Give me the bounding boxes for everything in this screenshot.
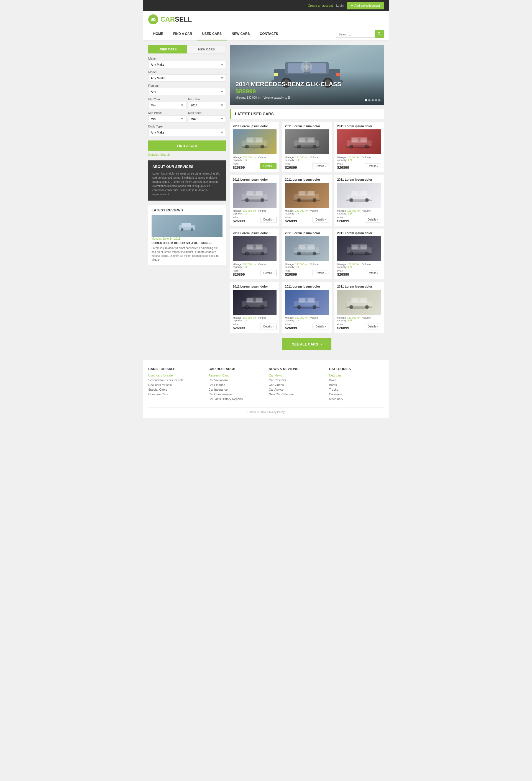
add-advertisement-button[interactable]: Add advertisement bbox=[347, 2, 384, 9]
svg-point-34 bbox=[298, 146, 300, 148]
nav-home[interactable]: HOME bbox=[148, 28, 168, 40]
footer-trucks[interactable]: Trucks bbox=[329, 388, 384, 391]
see-all-wrapper: SEE ALL CARS bbox=[230, 338, 384, 350]
car-image bbox=[337, 183, 381, 208]
car-mileage: 130 000 km bbox=[347, 156, 360, 159]
svg-rect-50 bbox=[256, 191, 262, 195]
year-filters: Min Year: Min Max Year: 2014 bbox=[148, 97, 226, 111]
car-price: $26899 bbox=[233, 165, 245, 170]
see-all-cars-button[interactable]: SEE ALL CARS bbox=[282, 338, 332, 350]
details-button[interactable]: Details bbox=[260, 324, 277, 329]
footer-special-offers[interactable]: Special Offers bbox=[148, 388, 203, 391]
car-footer: Price: $26899 Details bbox=[285, 163, 329, 170]
footer-car-valuations[interactable]: Car Valuations bbox=[209, 378, 263, 382]
car-title: 2011 Lorem ipsum dolor bbox=[285, 178, 329, 181]
svg-point-27 bbox=[261, 146, 263, 148]
login-link[interactable]: Login bbox=[336, 4, 343, 7]
car-image bbox=[233, 129, 277, 154]
make-select[interactable]: Any Make bbox=[148, 61, 226, 68]
model-label: Model: bbox=[148, 70, 226, 74]
details-button[interactable]: Details bbox=[260, 270, 277, 276]
svg-point-108 bbox=[261, 306, 263, 308]
tab-used-cars[interactable]: USED CARS bbox=[148, 45, 187, 53]
car-title: 2011 Lorem ipsum dolor bbox=[285, 231, 329, 235]
car-mileage: 130 000 km bbox=[295, 209, 308, 212]
footer-car-comparisons[interactable]: Car Comparisons bbox=[209, 393, 263, 396]
svg-point-81 bbox=[261, 252, 263, 255]
nav-contacts[interactable]: CONTACTS bbox=[255, 28, 283, 40]
tab-new-cars[interactable]: NEW CARS bbox=[187, 45, 226, 53]
make-label: Make: bbox=[148, 57, 226, 60]
footer-research-cars[interactable]: Research Cars bbox=[209, 374, 263, 377]
car-price-block: Price: $26899 bbox=[233, 270, 245, 277]
details-button[interactable]: Details bbox=[260, 163, 277, 169]
details-button[interactable]: Details bbox=[365, 324, 381, 329]
detailed-search-link[interactable]: Detailed Search bbox=[148, 153, 226, 156]
svg-rect-77 bbox=[256, 245, 262, 249]
details-button[interactable]: Details bbox=[365, 163, 381, 169]
region-select[interactable]: Any bbox=[148, 88, 226, 95]
hero-dot-5[interactable] bbox=[378, 99, 380, 101]
min-year-select[interactable]: Min bbox=[148, 102, 186, 109]
car-card: 2011 Lorem ipsum dolor bbox=[230, 122, 279, 172]
model-select[interactable]: Any Model bbox=[148, 75, 226, 82]
footer-new-cars-sale[interactable]: New cars for sale bbox=[148, 383, 203, 386]
car-price-block: Price: $26899 bbox=[285, 163, 297, 170]
search-input[interactable] bbox=[336, 31, 375, 38]
svg-rect-68 bbox=[361, 191, 367, 195]
hero-dot-2[interactable] bbox=[368, 99, 370, 101]
car-icon bbox=[291, 134, 322, 150]
details-button[interactable]: Details bbox=[313, 163, 329, 169]
footer-car-reviews[interactable]: Car Reviews bbox=[269, 378, 324, 382]
car-footer: Price: $26899 Details bbox=[285, 216, 329, 223]
hero-dot-1[interactable] bbox=[365, 99, 367, 101]
body-type-select[interactable]: Any Make bbox=[148, 129, 226, 136]
svg-rect-3 bbox=[181, 223, 191, 227]
min-price-select[interactable]: Min bbox=[148, 115, 186, 122]
details-button[interactable]: Details bbox=[365, 217, 381, 222]
footer-used-cars-sale[interactable]: Used cars for sale bbox=[148, 374, 203, 377]
car-image bbox=[285, 290, 329, 315]
footer-carfacts[interactable]: CarFacts History Reports bbox=[209, 397, 263, 401]
svg-point-115 bbox=[298, 306, 300, 308]
hero-dot-4[interactable] bbox=[375, 99, 377, 101]
svg-point-126 bbox=[366, 306, 368, 308]
max-price-select[interactable]: Max bbox=[188, 115, 226, 122]
car-image bbox=[337, 290, 381, 315]
footer-car-advice[interactable]: Car Advice bbox=[269, 388, 324, 391]
details-button[interactable]: Details bbox=[313, 324, 329, 329]
footer-car-insurance[interactable]: Car Insurance bbox=[209, 388, 263, 391]
footer-car-finance[interactable]: Car Finance bbox=[209, 383, 263, 386]
footer-bikes[interactable]: Bikes bbox=[329, 378, 384, 382]
search-button[interactable] bbox=[375, 30, 384, 38]
details-button[interactable]: Details bbox=[260, 217, 277, 222]
footer-new-car-calendar[interactable]: New Car Calendar bbox=[269, 393, 324, 396]
details-button[interactable]: Details bbox=[313, 270, 329, 276]
create-account-link[interactable]: Create an account bbox=[308, 4, 333, 7]
main-container: USED CARS NEW CARS Make: Any Make Model:… bbox=[143, 41, 389, 360]
footer-caravans[interactable]: Caravans bbox=[329, 393, 384, 396]
footer-machinery[interactable]: Machinery bbox=[329, 397, 384, 401]
car-volume: 1.3l bbox=[243, 319, 247, 322]
footer-new-cars[interactable]: New cars bbox=[329, 374, 384, 377]
hero-dot-3[interactable] bbox=[372, 99, 374, 101]
footer-car-news[interactable]: Car News bbox=[269, 374, 324, 377]
svg-rect-94 bbox=[352, 245, 358, 249]
nav-find-a-car[interactable]: FIND A CAR bbox=[168, 28, 197, 40]
nav-new-cars[interactable]: NEW CARS bbox=[227, 28, 255, 40]
footer-second-hand[interactable]: Second hand cars for sale bbox=[148, 378, 203, 382]
details-button[interactable]: Details bbox=[313, 217, 329, 222]
car-image bbox=[233, 183, 277, 208]
footer-boats[interactable]: Boats bbox=[329, 383, 384, 386]
body-type-filter: Body Type: Any Make bbox=[148, 125, 226, 136]
max-year-select[interactable]: 2014 bbox=[188, 102, 226, 109]
nav-items: HOME FIND A CAR USED CARS NEW CARS CONTA… bbox=[148, 28, 336, 40]
nav-used-cars[interactable]: USED CARS bbox=[197, 28, 227, 40]
car-volume: 1.3l bbox=[295, 159, 299, 162]
svg-point-43 bbox=[350, 146, 353, 148]
find-car-button[interactable]: FIND A CAR bbox=[148, 140, 226, 151]
footer-compare-cars[interactable]: Compare Cars bbox=[148, 393, 203, 396]
footer-car-videos[interactable]: Car Videos bbox=[269, 383, 324, 386]
car-mileage: 130 000 km bbox=[295, 263, 308, 266]
details-button[interactable]: Details bbox=[365, 270, 381, 276]
